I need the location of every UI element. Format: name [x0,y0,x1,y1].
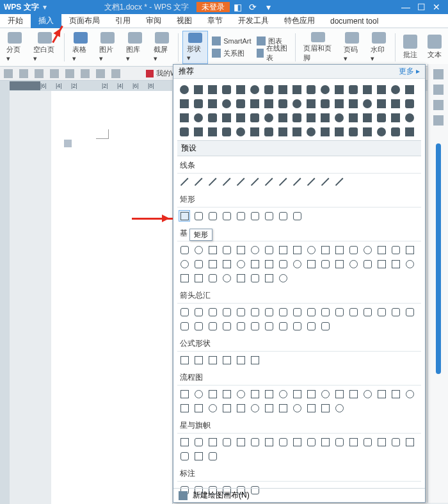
shape-item[interactable] [291,402,303,414]
shape-item[interactable] [319,244,331,256]
ribbon-table[interactable]: 表格 ▾ [68,31,93,64]
shape-item[interactable] [305,126,317,138]
ribbon-watermark[interactable]: 水印 ▾ [367,31,391,64]
shape-item[interactable] [333,388,345,400]
shape-item[interactable] [319,98,331,110]
shape-item[interactable] [193,244,204,256]
shape-item[interactable] [263,98,275,110]
shape-item[interactable] [193,210,204,222]
shape-item[interactable] [221,272,232,284]
vertical-ruler[interactable] [0,91,10,504]
shape-item[interactable] [348,258,359,270]
shape-item[interactable] [390,244,401,256]
shape-item[interactable] [263,402,275,414]
shape-item[interactable] [390,112,401,124]
shape-item[interactable] [249,320,260,332]
shape-item[interactable] [277,210,289,222]
shape-item[interactable] [277,112,289,124]
shape-item[interactable] [235,402,246,414]
shape-item[interactable] [319,258,331,270]
shape-item[interactable] [333,176,345,188]
shape-item[interactable] [376,112,387,124]
shape-item[interactable] [305,258,317,270]
shape-item[interactable] [221,320,232,332]
shape-item[interactable] [221,84,232,95]
shape-item[interactable] [193,354,204,366]
shape-item[interactable] [193,112,204,124]
shape-item[interactable] [319,176,331,188]
shape-item[interactable] [221,388,232,400]
shape-item[interactable] [291,126,303,138]
shape-item[interactable] [179,388,190,400]
ribbon-screenshot[interactable]: 截屏 ▾ [150,31,174,64]
qat-icon[interactable] [19,69,28,78]
shape-item[interactable] [221,176,232,188]
shape-item[interactable] [179,306,190,318]
shape-item[interactable] [277,98,289,110]
shape-item[interactable] [235,306,246,318]
shape-item[interactable] [235,126,246,138]
shape-item[interactable] [404,112,415,124]
shape-item[interactable] [305,320,317,332]
ribbon-page-break[interactable]: 分页 ▾ [3,31,27,64]
shape-item[interactable] [235,176,246,188]
shape-item[interactable] [348,84,359,95]
shape-item[interactable] [179,98,190,110]
shape-item[interactable] [249,112,260,124]
shape-item[interactable] [263,244,275,256]
shape-item[interactable] [277,126,289,138]
shape-item[interactable] [333,436,345,448]
shape-item[interactable] [263,176,275,188]
shape-item[interactable] [277,436,289,448]
shape-item[interactable] [249,126,260,138]
sidepanel-icon[interactable] [433,100,444,110]
shape-item[interactable] [193,98,204,110]
shape-item[interactable] [390,306,401,318]
app-dropdown-icon[interactable]: ▾ [43,3,47,12]
shape-item[interactable] [249,84,260,95]
qat-icon[interactable] [35,69,44,78]
shape-item[interactable] [221,126,232,138]
qat-icon[interactable] [111,69,120,78]
shape-item[interactable] [193,176,204,188]
shape-item[interactable] [221,258,232,270]
shape-item[interactable] [179,84,190,95]
shape-item[interactable] [221,210,232,222]
shape-item[interactable] [207,306,218,318]
shape-item[interactable] [179,272,190,284]
shape-item[interactable] [249,354,260,366]
shape-item[interactable] [221,354,232,366]
shape-item[interactable] [376,436,387,448]
ribbon-header-footer[interactable]: 页眉和页脚 [300,31,337,64]
shape-item[interactable] [193,126,204,138]
shape-item[interactable] [291,98,303,110]
qat-icon[interactable] [50,69,59,78]
shape-item[interactable] [348,388,359,400]
shape-item[interactable] [404,306,415,318]
shape-item[interactable] [319,112,331,124]
menu-special[interactable]: 特色应用 [276,13,323,28]
shape-item[interactable] [235,388,246,400]
menu-start[interactable]: 开始 [0,13,31,28]
shape-item[interactable] [263,258,275,270]
shape-item[interactable] [390,84,401,95]
shape-item[interactable] [277,272,289,284]
shape-item[interactable] [291,176,303,188]
shape-item[interactable] [348,244,359,256]
shape-item[interactable] [263,112,275,124]
shape-item[interactable] [376,306,387,318]
shape-item[interactable] [207,354,218,366]
shape-item[interactable] [319,306,331,318]
ribbon-gallery[interactable]: 图库 ▾ [122,31,147,64]
shape-item[interactable] [305,388,317,400]
shape-item[interactable] [207,402,218,414]
qat-icon[interactable] [65,69,74,78]
maximize-button[interactable]: ☐ [413,2,429,12]
qat-icon[interactable] [4,69,13,78]
shape-item[interactable] [277,84,289,95]
shape-item[interactable] [235,354,246,366]
shape-item[interactable] [333,126,345,138]
menu-devtools[interactable]: 开发工具 [230,13,276,28]
shape-item[interactable] [235,210,246,222]
shape-item[interactable] [291,320,303,332]
